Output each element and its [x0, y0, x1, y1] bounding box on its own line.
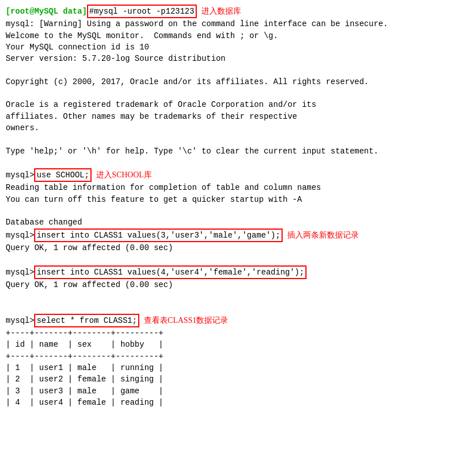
blank-6	[6, 254, 470, 265]
line-oracle-2: affiliates. Other names may be trademark…	[6, 111, 470, 122]
table-border-mid: +----+-------+--------+---------+	[6, 351, 470, 362]
table-row-2: | 2 | user2 | female | singing |	[6, 373, 470, 385]
blank-4	[6, 157, 470, 168]
table-header: | id | name | sex | hobby |	[6, 339, 470, 350]
line-insert-1: mysql> insert into CLASS1 values(3,'user…	[6, 229, 470, 242]
line-reading-table: Reading table information for completion…	[6, 182, 470, 193]
table-row-1: | 1 | user1 | male | running |	[6, 362, 470, 373]
prompt-mysql-3: mysql>	[6, 267, 34, 278]
table-row-3: | 3 | user3 | male | game |	[6, 385, 470, 397]
cmd-insert-1: insert into CLASS1 values(3,'user3','mal…	[34, 229, 282, 242]
line-server-version: Server version: 5.7.20-log Source distri…	[6, 53, 470, 64]
blank-3	[6, 134, 470, 145]
blank-8	[6, 302, 470, 313]
line-use-school: mysql> use SCHOOL;进入SCHOOL库	[6, 168, 470, 182]
cmd-mysql-login: #mysql -uroot -p123123	[87, 5, 197, 18]
line-select: mysql> select * from CLASS1;查看表CLASS1数据记…	[6, 314, 470, 327]
annotation-insert: 插入两条新数据记录	[287, 230, 359, 241]
table-border-top: +----+-------+--------+---------+	[6, 327, 470, 339]
line-insert-2: mysql> insert into CLASS1 values(4,'user…	[6, 265, 470, 279]
line-query-ok-1: Query OK, 1 row affected (0.00 sec)	[6, 242, 470, 254]
blank-1	[6, 64, 470, 76]
line-1: [root@MySQL data]#mysql -uroot -p123123进…	[6, 5, 470, 18]
blank-7	[6, 290, 470, 302]
line-copyright: Copyright (c) 2000, 2017, Oracle and/or …	[6, 76, 470, 88]
line-db-changed: Database changed	[6, 217, 470, 228]
annotation-use-school: 进入SCHOOL库	[96, 169, 152, 181]
prompt-mysql-2: mysql>	[6, 230, 34, 241]
line-query-ok-2: Query OK, 1 row affected (0.00 sec)	[6, 279, 470, 290]
blank-2	[6, 88, 470, 99]
cmd-select: select * from CLASS1;	[34, 314, 139, 327]
line-oracle-3: owners.	[6, 122, 470, 134]
line-connection-id: Your MySQL connection id is 10	[6, 41, 470, 53]
line-help: Type 'help;' or '\h' for help. Type '\c'…	[6, 146, 470, 157]
table-row-4: | 4 | user4 | female | reading |	[6, 397, 470, 408]
line-oracle-1: Oracle is a registered trademark of Orac…	[6, 99, 470, 110]
line-turn-off: You can turn off this feature to get a q…	[6, 194, 470, 205]
line-welcome: Welcome to the MySQL monitor. Commands e…	[6, 30, 470, 41]
cmd-insert-2: insert into CLASS1 values(4,'user4','fem…	[34, 265, 306, 279]
prompt-root: [root@MySQL data]	[6, 6, 87, 17]
annotation-enter-db: 进入数据库	[201, 6, 241, 17]
prompt-mysql-1: mysql>	[6, 169, 34, 181]
blank-5	[6, 205, 470, 217]
line-warning: mysql: [Warning] Using a password on the…	[6, 18, 470, 30]
annotation-select: 查看表CLASS1数据记录	[144, 315, 229, 326]
prompt-mysql-4: mysql>	[6, 315, 34, 326]
cmd-use-school: use SCHOOL;	[34, 168, 91, 182]
